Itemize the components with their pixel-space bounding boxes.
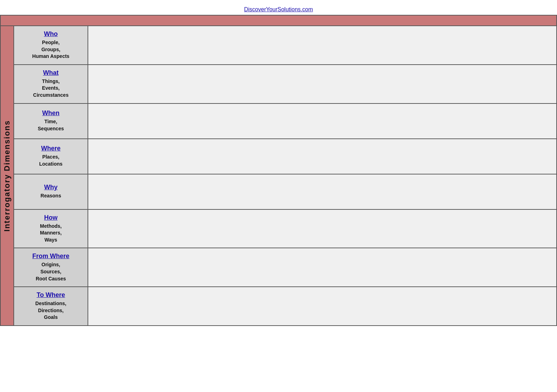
- row-sublabel-who: People,Groups,Human Aspects: [32, 39, 69, 60]
- row-content-who: [88, 26, 556, 64]
- row-sublabel-why: Reasons: [41, 192, 61, 200]
- row-sublabel-from-where: Origins,Sources,Root Causes: [36, 261, 66, 282]
- table-body: Interrogatory Dimensions WhoPeople,Group…: [1, 26, 556, 325]
- row-label-cell-why: WhyReasons: [14, 174, 88, 209]
- table-row: WhyReasons: [14, 174, 556, 210]
- row-link-what[interactable]: What: [43, 69, 59, 77]
- row-link-how[interactable]: How: [44, 214, 58, 221]
- row-link-why[interactable]: Why: [44, 184, 58, 191]
- row-content-why: [88, 174, 556, 209]
- row-link-where[interactable]: Where: [41, 145, 60, 152]
- row-label-cell-where: WherePlaces,Locations: [14, 139, 88, 174]
- row-content-from-where: [88, 248, 556, 286]
- table-row: WhenTime,Sequences: [14, 104, 556, 139]
- main-table: Interrogatory Dimensions WhoPeople,Group…: [0, 15, 557, 326]
- vertical-label: Interrogatory Dimensions: [2, 120, 12, 232]
- vertical-label-col: Interrogatory Dimensions: [1, 26, 14, 325]
- row-label-cell-how: HowMethods,Manners,Ways: [14, 210, 88, 248]
- rows-col: WhoPeople,Groups,Human AspectsWhatThings…: [14, 26, 556, 325]
- table-row: WhatThings,Events,Circumstances: [14, 65, 556, 104]
- row-content-how: [88, 210, 556, 248]
- row-label-cell-what: WhatThings,Events,Circumstances: [14, 65, 88, 103]
- section-header: [1, 16, 556, 26]
- site-link[interactable]: DiscoverYourSolutions.com: [244, 6, 313, 12]
- page-header: DiscoverYourSolutions.com: [0, 0, 557, 15]
- row-label-cell-who: WhoPeople,Groups,Human Aspects: [14, 26, 88, 64]
- row-content-when: [88, 104, 556, 138]
- row-label-cell-when: WhenTime,Sequences: [14, 104, 88, 138]
- row-sublabel-when: Time,Sequences: [38, 118, 64, 132]
- row-sublabel-where: Places,Locations: [39, 154, 62, 167]
- row-link-from-where[interactable]: From Where: [32, 253, 69, 260]
- row-link-who[interactable]: Who: [44, 30, 58, 38]
- table-row: WherePlaces,Locations: [14, 139, 556, 174]
- row-link-when[interactable]: When: [42, 109, 60, 117]
- table-row: To WhereDestinations,Directions,Goals: [14, 287, 556, 325]
- row-sublabel-what: Things,Events,Circumstances: [33, 78, 68, 99]
- table-row: HowMethods,Manners,Ways: [14, 210, 556, 249]
- row-sublabel-how: Methods,Manners,Ways: [40, 223, 61, 244]
- table-row: From WhereOrigins,Sources,Root Causes: [14, 248, 556, 287]
- row-content-where: [88, 139, 556, 174]
- row-link-to-where[interactable]: To Where: [37, 291, 65, 299]
- row-content-what: [88, 65, 556, 103]
- row-content-to-where: [88, 287, 556, 325]
- row-sublabel-to-where: Destinations,Directions,Goals: [35, 300, 66, 321]
- row-label-cell-from-where: From WhereOrigins,Sources,Root Causes: [14, 248, 88, 286]
- table-row: WhoPeople,Groups,Human Aspects: [14, 26, 556, 65]
- row-label-cell-to-where: To WhereDestinations,Directions,Goals: [14, 287, 88, 325]
